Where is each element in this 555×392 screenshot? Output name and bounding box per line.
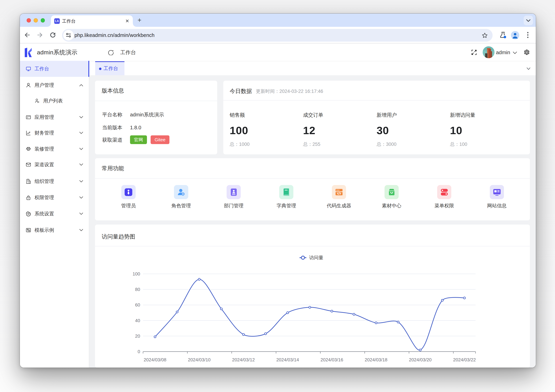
svg-text:2024/03/10: 2024/03/10: [188, 357, 211, 362]
svg-text:2024/03/08: 2024/03/08: [144, 357, 166, 362]
svg-text:80: 80: [135, 287, 140, 292]
svg-text:60: 60: [135, 302, 140, 307]
svg-text:2024/03/14: 2024/03/14: [276, 357, 299, 362]
svg-text:2024/03/16: 2024/03/16: [321, 357, 343, 362]
svg-text:100: 100: [133, 271, 140, 276]
svg-text:2024/03/12: 2024/03/12: [232, 357, 255, 362]
svg-text:2024/03/22: 2024/03/22: [453, 357, 476, 362]
svg-text:访问量: 访问量: [309, 255, 323, 260]
svg-text:2024/03/18: 2024/03/18: [365, 357, 387, 362]
svg-text:2024/03/20: 2024/03/20: [409, 357, 431, 362]
svg-text:20: 20: [135, 334, 140, 339]
svg-text:40: 40: [135, 318, 140, 323]
svg-text:0: 0: [138, 349, 140, 354]
